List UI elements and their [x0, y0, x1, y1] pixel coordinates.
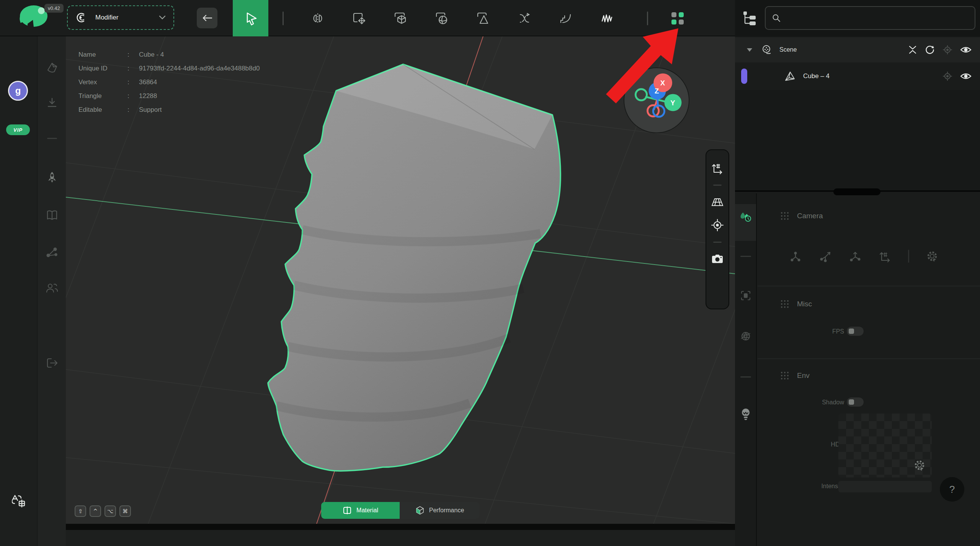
command-keycap[interactable]: ⌘ — [119, 505, 131, 517]
refresh-icon[interactable] — [925, 45, 935, 55]
hdr-settings-gear-icon[interactable] — [913, 458, 926, 472]
avatar[interactable]: g — [8, 81, 28, 101]
section-divider — [758, 286, 980, 286]
arrow-left-icon — [202, 14, 212, 22]
section-divider — [758, 358, 980, 359]
materials-tab-icon[interactable] — [735, 210, 756, 224]
tab-performance[interactable]: Performance — [400, 502, 480, 519]
info-row: Triangle : 12288 — [78, 89, 260, 103]
fps-toggle-knob — [849, 329, 854, 334]
viewport-bottom-edge — [66, 524, 735, 530]
move-tool-button[interactable] — [338, 0, 380, 36]
search-icon — [772, 13, 781, 23]
mode-dropdown[interactable]: Modifier — [67, 5, 174, 30]
camera-tools-row — [789, 249, 939, 263]
toolbar-divider — [713, 185, 722, 186]
model-cube-4[interactable] — [268, 64, 560, 471]
globe-tab-icon[interactable] — [735, 330, 756, 342]
collapse-all-icon[interactable] — [908, 45, 917, 54]
axis-world-icon[interactable] — [848, 249, 862, 263]
hierarchy-tree-button[interactable] — [742, 10, 759, 27]
toolbar-divider — [713, 242, 722, 243]
axis-local-icon[interactable] — [789, 249, 802, 263]
camera-row-divider — [908, 250, 909, 263]
twist-tool-button[interactable] — [504, 0, 545, 36]
scale-axes-icon[interactable] — [878, 249, 892, 263]
scene-label: Scene — [779, 46, 797, 53]
misc-section-title: Misc — [797, 300, 812, 308]
target-icon[interactable] — [942, 71, 952, 81]
expand-chevron-icon[interactable] — [746, 47, 753, 52]
viewport-3d[interactable]: Name : Cube - 4 Unique ID : 91793ffd-224… — [66, 36, 735, 524]
cone-tool-button[interactable] — [462, 0, 504, 36]
community-users-button[interactable] — [38, 282, 66, 294]
grid-floor-button[interactable] — [711, 196, 724, 209]
library-book-button[interactable] — [38, 209, 66, 221]
object-info-overlay: Name : Cube - 4 Unique ID : 91793ffd-224… — [78, 48, 260, 117]
rail-divider — [47, 138, 57, 139]
frame-tab-icon[interactable] — [735, 290, 756, 301]
env-section-drag-dots[interactable] — [780, 371, 789, 380]
object-row-cube-4[interactable]: Cube – 4 — [735, 62, 980, 90]
gizmo-neg-y[interactable] — [635, 89, 647, 100]
bottom-strip — [66, 530, 735, 546]
properties-rail — [735, 193, 757, 546]
eye-visibility-icon[interactable] — [960, 72, 972, 81]
shadow-toggle[interactable] — [847, 397, 864, 407]
scene-icon — [761, 44, 773, 56]
tab-material[interactable]: Material — [321, 502, 400, 519]
target-icon[interactable] — [942, 45, 952, 55]
bend-tool-button[interactable] — [545, 0, 586, 36]
axis-target-icon[interactable] — [818, 249, 832, 263]
pointer-mode-button[interactable] — [38, 62, 66, 74]
language-toggle-button[interactable] — [11, 494, 26, 508]
eye-visibility-icon[interactable] — [960, 45, 972, 54]
orientation-gizmo[interactable]: Z X Y — [624, 67, 689, 133]
mesh-icon — [784, 70, 795, 82]
option-keycap[interactable]: ⌥ — [105, 505, 116, 517]
rail-divider — [740, 256, 751, 257]
shadow-label: Shadow — [762, 399, 844, 406]
apps-grid-button[interactable] — [669, 10, 686, 27]
logout-button[interactable] — [38, 357, 66, 369]
intensity-slider[interactable] — [838, 481, 932, 492]
camera-section-drag-dots[interactable] — [780, 211, 789, 221]
camera-settings-gear-icon[interactable] — [925, 249, 939, 263]
info-row: Unique ID : 91793ffd-2244-4d84-ad96-da4e… — [78, 62, 260, 75]
back-button[interactable] — [197, 8, 217, 28]
shift-keycap[interactable]: ⇧ — [75, 505, 86, 517]
fps-toggle[interactable] — [847, 327, 864, 336]
misc-section-drag-dots[interactable] — [780, 299, 789, 309]
app-window: v0.42 Modifier — [0, 0, 980, 546]
download-button[interactable] — [38, 97, 66, 108]
share-nodes-button[interactable] — [38, 246, 66, 258]
camera-capture-button[interactable] — [711, 253, 724, 264]
svg-text:X: X — [660, 79, 665, 87]
panel-header — [735, 0, 980, 36]
panel-drag-handle[interactable] — [833, 188, 880, 195]
viewport-toolbar — [706, 149, 729, 309]
help-button[interactable]: ? — [940, 477, 964, 502]
properties-panel: Camera Misc FPS Env Shadow — [735, 190, 980, 546]
sphere-tool-button[interactable] — [421, 0, 462, 36]
units-axes-button[interactable] — [711, 162, 724, 175]
focus-target-button[interactable] — [711, 219, 724, 232]
mirror-tool-button[interactable] — [297, 0, 338, 36]
caret-keycap[interactable]: ^ — [90, 505, 101, 517]
search-box — [765, 6, 975, 30]
intensity-label: Intensity — [762, 483, 844, 490]
material-tab-icon — [343, 506, 352, 515]
mode-label: Modifier — [95, 14, 150, 21]
right-panel: Scene Cube – 4 — [735, 0, 980, 546]
info-row: Editable : Support — [78, 103, 260, 117]
select-tool-button[interactable] — [233, 0, 268, 36]
cube-tool-button[interactable] — [380, 0, 421, 36]
rocket-button[interactable] — [38, 171, 66, 183]
modifier-key-hints: ⇧ ^ ⌥ ⌘ — [75, 505, 131, 517]
light-tab-icon[interactable] — [735, 408, 756, 420]
scene-row[interactable]: Scene — [735, 37, 980, 62]
noise-tool-button[interactable] — [586, 0, 628, 36]
search-input[interactable] — [786, 15, 969, 21]
account-rail: g VIP — [0, 36, 37, 546]
hdr-swatch[interactable] — [838, 414, 932, 477]
